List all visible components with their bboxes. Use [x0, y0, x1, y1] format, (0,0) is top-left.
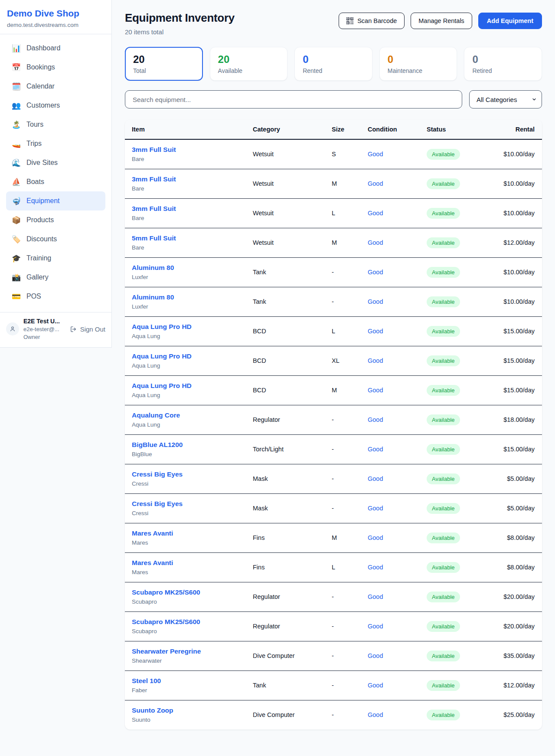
condition-link[interactable]: Good — [368, 505, 383, 512]
condition-link[interactable]: Good — [368, 623, 383, 630]
status-badge: Available — [427, 621, 460, 632]
sidebar-item-label: Trips — [26, 140, 42, 148]
sidebar-item-dashboard[interactable]: 📊 Dashboard — [6, 39, 105, 58]
sidebar-item-dive-sites[interactable]: 🌊 Dive Sites — [6, 153, 105, 172]
condition-link[interactable]: Good — [368, 416, 383, 423]
rental-rate-cell: $5.00/day — [498, 464, 542, 493]
stat-card-rented[interactable]: 0 Rented — [294, 47, 372, 81]
manage-rentals-button[interactable]: Manage Rentals — [411, 13, 472, 29]
equipment-table-card: Item Category Size Condition Status Rent… — [125, 120, 542, 730]
condition-link[interactable]: Good — [368, 269, 383, 276]
status-badge: Available — [427, 592, 460, 602]
condition-link[interactable]: Good — [368, 180, 383, 187]
condition-link[interactable]: Good — [368, 564, 383, 571]
equipment-name-link[interactable]: Steel 100 — [132, 677, 246, 685]
stat-value: 20 — [133, 53, 195, 66]
sidebar-item-label: Calendar — [26, 82, 55, 90]
condition-link[interactable]: Good — [368, 593, 383, 600]
category-cell: Mask — [249, 493, 328, 523]
sign-out-button[interactable]: Sign Out — [70, 325, 105, 333]
condition-link[interactable]: Good — [368, 475, 383, 482]
table-row: 3mm Full Suit Bare Wetsuit M Good Availa… — [125, 169, 542, 198]
condition-link[interactable]: Good — [368, 151, 383, 158]
condition-link[interactable]: Good — [368, 298, 383, 305]
sidebar-item-products[interactable]: 📦 Products — [6, 210, 105, 230]
sidebar-item-gallery[interactable]: 📸 Gallery — [6, 268, 105, 287]
equipment-brand: Scubapro — [132, 598, 246, 605]
equipment-name-link[interactable]: 3mm Full Suit — [132, 175, 246, 183]
scan-barcode-button[interactable]: Scan Barcode — [339, 13, 405, 29]
status-badge: Available — [427, 444, 460, 455]
tag-icon: 🏷️ — [12, 236, 20, 243]
table-row: 5mm Full Suit Bare Wetsuit M Good Availa… — [125, 228, 542, 257]
category-filter-select[interactable]: All Categories — [469, 90, 542, 108]
equipment-name-link[interactable]: Mares Avanti — [132, 529, 246, 537]
condition-link[interactable]: Good — [368, 210, 383, 217]
table-row: Mares Avanti Mares Fins M Good Available… — [125, 523, 542, 552]
user-info: E2E Test U... e2e-tester@... Owner — [23, 318, 65, 340]
equipment-name-link[interactable]: Mares Avanti — [132, 559, 246, 567]
size-cell: - — [328, 641, 364, 671]
condition-link[interactable]: Good — [368, 534, 383, 541]
condition-link[interactable]: Good — [368, 682, 383, 689]
sidebar-item-boats[interactable]: ⛵ Boats — [6, 172, 105, 191]
equipment-name-link[interactable]: Scubapro MK25/S600 — [132, 618, 246, 626]
equipment-name-link[interactable]: Aqua Lung Pro HD — [132, 352, 246, 360]
condition-link[interactable]: Good — [368, 711, 383, 718]
status-badge: Available — [427, 680, 460, 691]
condition-link[interactable]: Good — [368, 357, 383, 364]
equipment-name-link[interactable]: Aqualung Core — [132, 411, 246, 419]
stat-card-total[interactable]: 20 Total — [125, 47, 203, 81]
condition-link[interactable]: Good — [368, 652, 383, 659]
sidebar-item-discounts[interactable]: 🏷️ Discounts — [6, 230, 105, 249]
stat-card-maintenance[interactable]: 0 Maintenance — [379, 47, 457, 81]
category-cell: Regulator — [249, 582, 328, 611]
sidebar-item-bookings[interactable]: 📅 Bookings — [6, 58, 105, 77]
sidebar-item-pos[interactable]: 💳 POS — [6, 287, 105, 306]
equipment-name-link[interactable]: Aluminum 80 — [132, 293, 246, 301]
sidebar-item-equipment[interactable]: 🤿 Equipment — [6, 191, 105, 210]
search-input[interactable] — [125, 90, 462, 108]
rental-rate-cell: $10.00/day — [498, 257, 542, 287]
add-equipment-button[interactable]: Add Equipment — [478, 13, 542, 29]
stat-value: 0 — [472, 53, 534, 66]
table-row: Suunto Zoop Suunto Dive Computer - Good … — [125, 700, 542, 730]
table-row: Cressi Big Eyes Cressi Mask - Good Avail… — [125, 493, 542, 523]
stat-card-available[interactable]: 20 Available — [210, 47, 288, 81]
condition-link[interactable]: Good — [368, 387, 383, 394]
equipment-name-link[interactable]: Aqua Lung Pro HD — [132, 323, 246, 331]
status-badge: Available — [427, 267, 460, 278]
sidebar-item-tours[interactable]: 🏝️ Tours — [6, 115, 105, 134]
equipment-name-link[interactable]: Cressi Big Eyes — [132, 500, 246, 508]
equipment-name-link[interactable]: Aluminum 80 — [132, 264, 246, 272]
size-cell: M — [328, 375, 364, 405]
sidebar-item-trips[interactable]: 🚤 Trips — [6, 134, 105, 153]
equipment-name-link[interactable]: 3mm Full Suit — [132, 205, 246, 213]
condition-link[interactable]: Good — [368, 328, 383, 335]
equipment-name-link[interactable]: Shearwater Peregrine — [132, 648, 246, 655]
table-row: Aqua Lung Pro HD Aqua Lung BCD XL Good A… — [125, 346, 542, 375]
equipment-name-link[interactable]: Aqua Lung Pro HD — [132, 382, 246, 390]
sidebar-item-label: Equipment — [26, 197, 60, 205]
sidebar-item-customers[interactable]: 👥 Customers — [6, 96, 105, 115]
stat-card-retired[interactable]: 0 Retired — [464, 47, 542, 81]
rental-rate-cell: $35.00/day — [498, 641, 542, 671]
rental-rate-cell: $12.00/day — [498, 671, 542, 700]
equipment-brand: Faber — [132, 687, 246, 694]
sidebar-item-training[interactable]: 🎓 Training — [6, 249, 105, 268]
sidebar-item-calendar[interactable]: 🗓️ Calendar — [6, 77, 105, 96]
size-cell: L — [328, 316, 364, 346]
condition-link[interactable]: Good — [368, 239, 383, 246]
equipment-name-link[interactable]: 5mm Full Suit — [132, 234, 246, 242]
equipment-brand: Suunto — [132, 717, 246, 723]
equipment-name-link[interactable]: 3mm Full Suit — [132, 146, 246, 154]
sidebar-user-section: E2E Test U... e2e-tester@... Owner Sign … — [0, 312, 111, 347]
equipment-name-link[interactable]: Cressi Big Eyes — [132, 470, 246, 478]
condition-link[interactable]: Good — [368, 446, 383, 453]
equipment-name-link[interactable]: Scubapro MK25/S600 — [132, 588, 246, 596]
stat-label: Rented — [303, 67, 364, 74]
equipment-name-link[interactable]: Suunto Zoop — [132, 707, 246, 714]
table-row: Mares Avanti Mares Fins L Good Available… — [125, 552, 542, 582]
equipment-name-link[interactable]: BigBlue AL1200 — [132, 441, 246, 449]
category-cell: BCD — [249, 316, 328, 346]
